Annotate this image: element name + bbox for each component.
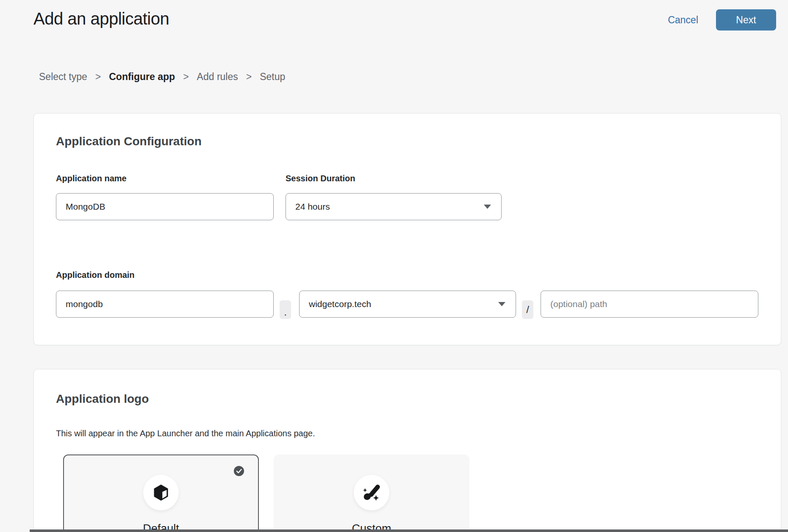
- header-actions: Cancel Next: [668, 9, 776, 30]
- next-button[interactable]: Next: [716, 9, 776, 30]
- application-name-input[interactable]: [56, 193, 274, 220]
- logo-card-heading: Application logo: [56, 392, 149, 406]
- config-card-heading: Application Configuration: [56, 135, 202, 148]
- logo-option-default[interactable]: Default: [63, 454, 259, 532]
- session-duration-label: Session Duration: [286, 174, 355, 183]
- domain-dot-separator: .: [280, 300, 291, 319]
- domain-slash-separator: /: [522, 300, 533, 319]
- application-logo-card: Application logo This will appear in the…: [33, 369, 781, 532]
- breadcrumb-step-configure-app[interactable]: Configure app: [109, 71, 175, 83]
- page-title: Add an application: [33, 9, 169, 28]
- logo-card-description: This will appear in the App Launcher and…: [56, 429, 315, 438]
- horizontal-scrollbar[interactable]: [30, 529, 788, 532]
- breadcrumb-separator: >: [95, 71, 101, 83]
- application-domain-label: Application domain: [56, 270, 135, 280]
- session-duration-select[interactable]: 24 hours: [286, 193, 502, 220]
- application-configuration-card: Application Configuration Application na…: [33, 113, 781, 345]
- selected-check-icon: [233, 466, 244, 477]
- chevron-down-icon: [484, 205, 491, 209]
- domain-select-value: widgetcorp.tech: [309, 299, 371, 309]
- cancel-button[interactable]: Cancel: [668, 14, 698, 26]
- subdomain-input[interactable]: [56, 291, 274, 318]
- session-duration-value: 24 hours: [295, 202, 330, 212]
- chevron-down-icon: [498, 302, 505, 306]
- breadcrumb-separator: >: [246, 71, 252, 83]
- breadcrumb: Select type > Configure app > Add rules …: [39, 71, 285, 83]
- breadcrumb-step-select-type[interactable]: Select type: [39, 71, 87, 83]
- default-logo-circle: [143, 475, 179, 510]
- application-name-label: Application name: [56, 174, 127, 183]
- breadcrumb-step-setup[interactable]: Setup: [260, 71, 285, 83]
- path-input[interactable]: [541, 291, 758, 318]
- logo-option-custom[interactable]: Custom: [274, 454, 469, 532]
- breadcrumb-step-add-rules[interactable]: Add rules: [197, 71, 238, 83]
- domain-select[interactable]: widgetcorp.tech: [299, 291, 516, 318]
- breadcrumb-separator: >: [183, 71, 189, 83]
- add-application-page: Add an application Cancel Next Select ty…: [0, 0, 788, 532]
- paintbrush-icon: [362, 483, 381, 502]
- cube-icon: [152, 483, 170, 502]
- custom-logo-circle: [354, 475, 389, 510]
